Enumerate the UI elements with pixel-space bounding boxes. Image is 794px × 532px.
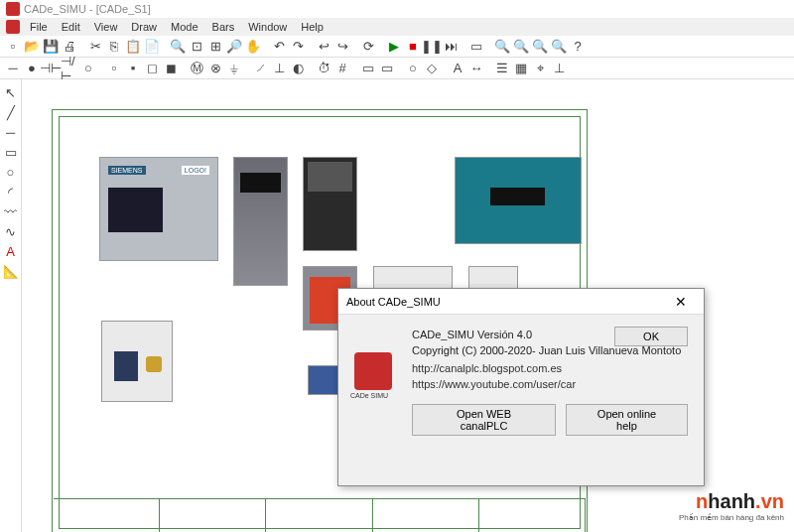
text-icon[interactable]: A xyxy=(449,60,466,77)
help-icon[interactable]: ? xyxy=(569,38,587,56)
pause-icon[interactable]: ❚❚ xyxy=(423,38,441,56)
ortho-icon[interactable]: ⊥ xyxy=(550,60,568,77)
rotate-left-icon[interactable]: ↶ xyxy=(270,38,288,56)
clipboard-icon[interactable]: 📄 xyxy=(143,38,161,56)
dialog-titlebar[interactable]: About CADe_SIMU ✕ xyxy=(338,289,704,315)
close-icon[interactable]: ✕ xyxy=(666,294,696,310)
ground-icon[interactable]: ⏚ xyxy=(225,60,243,77)
snap-icon[interactable]: ⌖ xyxy=(531,60,549,77)
component-motor[interactable] xyxy=(308,365,341,395)
dialog-title: About CADe_SIMU xyxy=(346,296,441,308)
find-icon[interactable]: 🔍 xyxy=(169,38,187,56)
relay-icon[interactable]: ▭ xyxy=(359,60,377,77)
zoom-fit-icon[interactable]: ⊡ xyxy=(188,38,205,56)
refresh-icon[interactable]: ⟳ xyxy=(359,38,377,56)
arduino-chip xyxy=(490,188,545,205)
redo-icon[interactable]: ↪ xyxy=(333,38,351,56)
rotate-right-icon[interactable]: ↷ xyxy=(289,38,307,56)
arc-icon[interactable]: ◜ xyxy=(2,183,20,200)
open-help-button[interactable]: Open online help xyxy=(566,404,688,436)
undo-icon[interactable]: ↩ xyxy=(315,38,332,56)
separator xyxy=(181,60,187,77)
menu-file[interactable]: File xyxy=(24,19,54,35)
component-siemens-logo[interactable]: SIEMENS LOGO! xyxy=(99,157,218,261)
select-box-icon[interactable]: ▭ xyxy=(467,38,485,56)
component-icon[interactable]: ◻ xyxy=(143,60,161,77)
menu-draw[interactable]: Draw xyxy=(125,19,163,35)
component-vfd[interactable] xyxy=(233,157,288,286)
separator xyxy=(308,38,314,56)
watermark: nhanh.vn Phần mềm bán hàng đa kênh xyxy=(679,490,784,522)
lamp-icon[interactable]: ⊗ xyxy=(206,60,224,77)
stop-icon[interactable]: ■ xyxy=(404,38,422,56)
component-rcd[interactable] xyxy=(101,321,173,402)
toolbar-main: ▫ 📂 💾 🖨 ✂ ⎘ 📋 📄 🔍 ⊡ ⊞ 🔎 ✋ ↶ ↷ ↩ ↪ ⟳ ▶ ■ … xyxy=(0,36,794,58)
paste-icon[interactable]: 📋 xyxy=(124,38,142,56)
coil-icon[interactable]: ○ xyxy=(79,60,97,77)
text-tool-icon[interactable]: A xyxy=(2,242,20,260)
terminal-icon[interactable]: ○ xyxy=(404,60,422,77)
menu-mode[interactable]: Mode xyxy=(165,19,204,35)
ok-button[interactable]: OK xyxy=(614,327,688,346)
cut-icon[interactable]: ✂ xyxy=(86,38,104,56)
open-icon[interactable]: 📂 xyxy=(23,38,41,56)
separator xyxy=(378,38,384,56)
spline-icon[interactable]: ∿ xyxy=(2,222,20,240)
contact-no-icon[interactable]: ⊣⊢ xyxy=(42,60,60,77)
layer-icon[interactable]: ☰ xyxy=(493,60,511,77)
component-icon[interactable]: ▫ xyxy=(105,60,123,77)
menu-view[interactable]: View xyxy=(88,19,124,35)
separator xyxy=(486,38,492,56)
component-arduino[interactable] xyxy=(455,157,582,244)
new-icon[interactable]: ▫ xyxy=(4,38,22,56)
system-menu-icon[interactable] xyxy=(6,20,20,34)
menu-window[interactable]: Window xyxy=(242,19,293,35)
wire-icon[interactable]: ─ xyxy=(4,60,22,77)
relay-icon[interactable]: ▭ xyxy=(378,60,396,77)
step-icon[interactable]: ⏭ xyxy=(442,38,460,56)
circle-icon[interactable]: ○ xyxy=(2,163,20,181)
pan-icon[interactable]: ✋ xyxy=(244,38,262,56)
title-bar: CADe_SIMU - [CADe_S1] xyxy=(0,0,794,18)
timer-icon[interactable]: ⏱ xyxy=(315,60,332,77)
selector-icon[interactable]: ◐ xyxy=(289,60,307,77)
component-icon[interactable]: ◼ xyxy=(162,60,180,77)
component-contactor[interactable] xyxy=(303,157,357,251)
save-icon[interactable]: 💾 xyxy=(42,38,60,56)
measure-icon[interactable]: 📐 xyxy=(2,262,20,280)
pushbutton-icon[interactable]: ⊥ xyxy=(270,60,288,77)
grid-icon[interactable]: ▦ xyxy=(512,60,530,77)
separator xyxy=(263,38,269,56)
toolbar-components: ─ ● ⊣⊢ ⊣/⊢ ○ ▫ ▪ ◻ ◼ Ⓜ ⊗ ⏚ ⟋ ⊥ ◐ ⏱ # ▭ ▭… xyxy=(0,58,794,79)
zoom-region-icon[interactable]: 🔍 xyxy=(531,38,549,56)
pointer-icon[interactable]: ↖ xyxy=(2,83,20,101)
node-icon[interactable]: ● xyxy=(23,60,41,77)
play-icon[interactable]: ▶ xyxy=(385,38,403,56)
motor-icon[interactable]: Ⓜ xyxy=(188,60,205,77)
switch-icon[interactable]: ⟋ xyxy=(251,60,269,77)
zoom-all-icon[interactable]: 🔍 xyxy=(550,38,568,56)
line-icon[interactable]: ╱ xyxy=(2,103,20,121)
magnify-icon[interactable]: 🔎 xyxy=(225,38,243,56)
zoom-in-icon[interactable]: 🔍 xyxy=(493,38,511,56)
separator xyxy=(486,60,492,77)
zoom-out-icon[interactable]: 🔍 xyxy=(512,38,530,56)
copy-icon[interactable]: ⎘ xyxy=(105,38,123,56)
dimension-icon[interactable]: ↔ xyxy=(467,60,485,77)
menu-edit[interactable]: Edit xyxy=(56,19,86,35)
separator xyxy=(244,60,250,77)
component-icon[interactable]: ▪ xyxy=(124,60,142,77)
menu-bars[interactable]: Bars xyxy=(206,19,241,35)
connector-icon[interactable]: ◇ xyxy=(423,60,441,77)
menu-help[interactable]: Help xyxy=(295,19,330,35)
wire-draw-icon[interactable]: ─ xyxy=(2,123,20,141)
zoom-window-icon[interactable]: ⊞ xyxy=(206,38,224,56)
menu-bar[interactable]: File Edit View Draw Mode Bars Window Hel… xyxy=(0,18,794,36)
counter-icon[interactable]: # xyxy=(333,60,351,77)
about-dialog: About CADe_SIMU ✕ OK CADe_SIMU Versión 4… xyxy=(337,288,705,486)
contact-nc-icon[interactable]: ⊣/⊢ xyxy=(61,60,78,77)
plc-model-label: LOGO! xyxy=(182,166,209,175)
open-web-button[interactable]: Open WEB canalPLC xyxy=(412,404,556,436)
rect-icon[interactable]: ▭ xyxy=(2,143,20,161)
polyline-icon[interactable]: 〰 xyxy=(2,202,20,220)
